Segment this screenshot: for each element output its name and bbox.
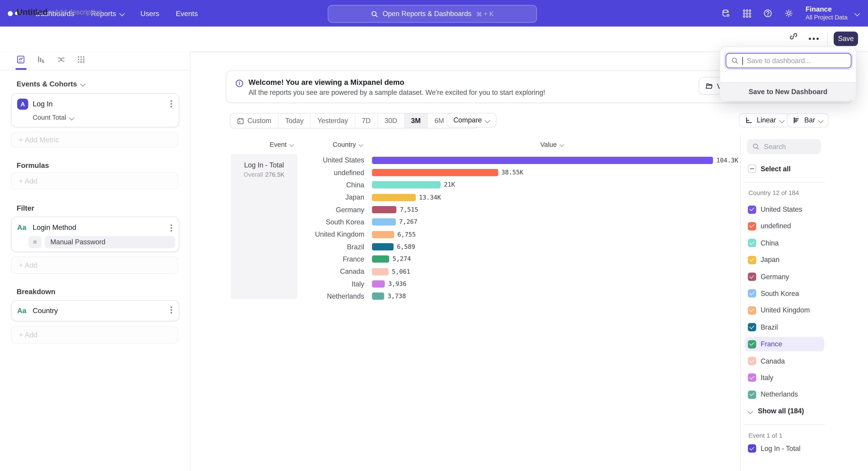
bar[interactable] <box>372 169 498 176</box>
global-search-button[interactable]: Open Reports & Dashboards + K <box>328 5 537 23</box>
tab-insights[interactable] <box>17 55 25 64</box>
add-metric-button[interactable]: + Add Metric <box>11 132 178 147</box>
date-range-7d[interactable]: 7D <box>355 114 378 128</box>
country-row-japan[interactable]: Japan <box>745 253 825 267</box>
event-checkbox[interactable] <box>748 444 756 453</box>
country-checkbox[interactable] <box>748 390 756 399</box>
tab-retention[interactable] <box>77 55 85 64</box>
country-checkbox[interactable] <box>748 239 756 247</box>
country-row-united-kingdom[interactable]: United Kingdom <box>745 303 825 318</box>
metric-aggregation[interactable]: Count Total <box>33 114 73 121</box>
country-checkbox[interactable] <box>748 374 756 382</box>
column-header-event[interactable]: Event <box>270 141 293 148</box>
date-range-yesterday[interactable]: Yesterday <box>311 114 355 128</box>
bar[interactable] <box>372 243 394 251</box>
show-all-row[interactable]: Show all (184) <box>745 407 804 415</box>
column-header-country[interactable]: Country <box>333 141 363 148</box>
metric-event-name[interactable]: Log In <box>33 100 53 108</box>
bar[interactable] <box>372 293 384 300</box>
breakdown-card[interactable]: Aa Country <box>11 300 179 321</box>
formulas-add-button[interactable]: + Add <box>11 172 178 189</box>
nav-item-users[interactable]: Users <box>141 9 159 18</box>
project-chevron-down-icon[interactable] <box>855 11 860 16</box>
country-checkbox[interactable] <box>748 205 756 213</box>
filter-property[interactable]: Login Method <box>33 223 76 232</box>
country-row-south-korea[interactable]: South Korea <box>745 286 825 301</box>
date-range-3m[interactable]: 3M <box>404 114 428 128</box>
country-row-china[interactable]: China <box>745 236 825 251</box>
country-row-france[interactable]: France <box>745 337 825 351</box>
country-checkbox[interactable] <box>748 323 756 331</box>
show-all-label: Show all (184) <box>758 407 804 415</box>
data-management-icon[interactable] <box>721 8 731 18</box>
apps-grid-icon[interactable] <box>743 9 751 18</box>
country-row-undefined[interactable]: undefined <box>745 219 825 233</box>
breakdown-property[interactable]: Country <box>33 306 58 315</box>
filter-add-button[interactable]: + Add <box>11 257 178 274</box>
country-checkbox[interactable] <box>748 340 756 348</box>
select-all-checkbox[interactable] <box>748 165 756 173</box>
add-description-field[interactable]: + Add description... <box>49 8 108 16</box>
bar[interactable] <box>372 181 441 189</box>
bar[interactable] <box>372 194 416 201</box>
save-dashboard-search-input[interactable]: Save to dashboard... <box>726 53 851 68</box>
column-header-value[interactable]: Value <box>540 141 563 148</box>
date-range-30d[interactable]: 30D <box>378 114 404 128</box>
report-title[interactable]: Untitled <box>17 7 48 17</box>
bar[interactable] <box>372 256 389 263</box>
country-row-united-states[interactable]: United States <box>745 202 825 217</box>
event-summary-panel[interactable]: Log In - Total Overall276.5K <box>231 154 297 299</box>
save-button[interactable]: Save <box>834 32 858 46</box>
settings-gear-icon[interactable] <box>784 9 794 18</box>
metric-card[interactable]: A Log In Count Total <box>11 93 179 127</box>
country-checkbox[interactable] <box>748 222 756 231</box>
events-cohorts-header[interactable]: Events & Cohorts <box>17 80 85 88</box>
compare-button[interactable]: Compare <box>446 113 497 127</box>
tab-flows[interactable] <box>57 55 65 64</box>
bar[interactable] <box>372 206 397 213</box>
country-row-netherlands[interactable]: Netherlands <box>745 387 825 402</box>
country-checkbox[interactable] <box>748 273 756 281</box>
country-row-canada[interactable]: Canada <box>745 354 825 368</box>
country-checkbox[interactable] <box>748 357 756 365</box>
date-range-custom[interactable]: Custom <box>230 114 278 128</box>
bar[interactable] <box>372 218 396 226</box>
project-switcher[interactable]: Finance All Project Data <box>806 6 848 21</box>
breakdown-kebab-icon[interactable] <box>170 309 172 311</box>
tab-funnels[interactable] <box>37 55 45 64</box>
metric-kebab-icon[interactable] <box>170 103 172 105</box>
filter-header: Filter <box>17 204 34 212</box>
segment-search-input[interactable]: Search <box>747 139 821 154</box>
breakdown-add-button[interactable]: + Add <box>11 326 178 344</box>
country-checkbox[interactable] <box>748 306 756 315</box>
bar[interactable] <box>372 280 385 288</box>
country-label: Canada <box>761 357 785 365</box>
country-checkbox[interactable] <box>748 256 756 264</box>
select-all-row[interactable]: Select all <box>745 165 791 173</box>
filter-kebab-icon[interactable] <box>170 227 172 229</box>
event-checkbox-row[interactable]: Log In - Total <box>745 444 800 453</box>
country-row-italy[interactable]: Italy <box>745 371 825 385</box>
save-to-new-dashboard-button[interactable]: Save to New Dashboard <box>720 82 856 101</box>
date-range-today[interactable]: Today <box>278 114 311 128</box>
bar[interactable] <box>372 268 389 275</box>
scale-dropdown[interactable]: Linear <box>739 113 790 127</box>
country-row-germany[interactable]: Germany <box>745 270 825 284</box>
copy-link-icon[interactable] <box>789 32 798 40</box>
chart-type-dropdown[interactable]: Bar <box>786 113 829 127</box>
filter-operator[interactable]: = <box>28 236 41 248</box>
country-label: Japan <box>761 256 779 264</box>
more-menu-icon[interactable] <box>813 38 815 40</box>
country-checkbox[interactable] <box>748 289 756 298</box>
bar-value-label: 6,589 <box>397 243 415 251</box>
metric-badge: A <box>17 99 28 110</box>
bar[interactable] <box>372 231 394 238</box>
bar-category-label: undefined <box>302 169 372 176</box>
country-row-brazil[interactable]: Brazil <box>745 320 825 334</box>
filter-card[interactable]: Aa Login Method = Manual Password <box>11 217 179 252</box>
bar[interactable] <box>372 156 713 164</box>
chart-row: Netherlands3,738 <box>302 290 740 303</box>
nav-item-events[interactable]: Events <box>176 9 198 18</box>
help-icon[interactable] <box>764 9 772 18</box>
filter-value[interactable]: Manual Password <box>45 236 175 248</box>
